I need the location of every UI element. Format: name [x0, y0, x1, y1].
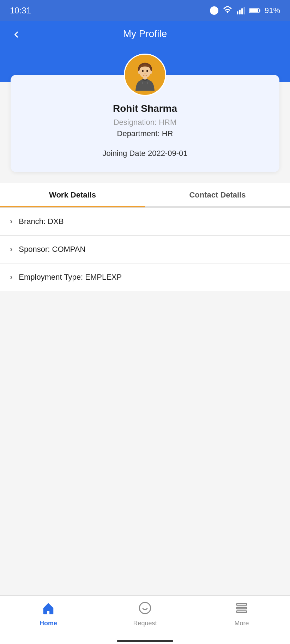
svg-rect-22	[237, 603, 247, 605]
avatar	[124, 54, 166, 96]
chevron-right-icon-sponsor: ›	[10, 245, 12, 254]
battery-icon	[249, 7, 261, 14]
svg-rect-2	[237, 11, 238, 14]
profile-joining-date: Joining Date 2022-09-01	[18, 149, 272, 158]
detail-row-sponsor[interactable]: › Sponsor: COMPAN	[0, 236, 290, 263]
svg-point-11	[138, 71, 140, 74]
detail-row-employment[interactable]: › Employment Type: EMPLEXP	[0, 263, 290, 291]
svg-point-19	[139, 602, 151, 614]
tab-work-details[interactable]: Work Details	[0, 183, 145, 207]
svg-rect-3	[239, 10, 241, 14]
status-time: 10:31	[10, 6, 31, 16]
nav-more[interactable]: More	[193, 601, 290, 627]
sponsor-detail: Sponsor: COMPAN	[19, 245, 85, 254]
svg-rect-7	[259, 10, 260, 12]
tab-contact-details[interactable]: Contact Details	[145, 183, 290, 207]
nav-home[interactable]: Home	[0, 601, 97, 627]
signal-icon	[236, 6, 246, 15]
back-button[interactable]	[10, 28, 23, 43]
profile-section: Rohit Sharma Designation: HRM Department…	[0, 54, 290, 172]
profile-designation: Designation: HRM	[18, 118, 272, 127]
svg-point-12	[150, 71, 152, 74]
detail-row-branch[interactable]: › Branch: DXB	[0, 208, 290, 236]
home-icon	[42, 601, 55, 618]
employment-detail: Employment Type: EMPLEXP	[19, 273, 122, 282]
branch-detail: Branch: DXB	[19, 217, 64, 226]
svg-point-15	[144, 73, 146, 74]
svg-point-13	[142, 70, 144, 72]
svg-rect-24	[237, 611, 247, 613]
more-icon	[235, 601, 248, 618]
svg-rect-5	[244, 7, 245, 14]
tabs-section: Work Details Contact Details	[0, 183, 290, 208]
home-indicator	[0, 638, 290, 644]
empty-space	[0, 291, 290, 595]
nav-request[interactable]: Request	[97, 601, 193, 627]
svg-point-14	[146, 70, 148, 72]
do-not-disturb-icon	[210, 6, 219, 15]
battery-percentage: 91%	[265, 6, 280, 15]
svg-rect-8	[250, 9, 258, 12]
svg-rect-23	[237, 607, 247, 609]
wifi-icon	[222, 6, 233, 15]
nav-request-label: Request	[133, 620, 157, 627]
home-indicator-bar	[117, 640, 173, 642]
request-icon	[138, 601, 152, 618]
nav-more-label: More	[234, 620, 249, 627]
chevron-right-icon-employment: ›	[10, 273, 12, 282]
tabs-row: Work Details Contact Details	[0, 183, 290, 207]
nav-home-label: Home	[40, 620, 57, 627]
avatar-wrapper	[11, 54, 279, 96]
chevron-right-icon-branch: ›	[10, 217, 12, 226]
work-details-list: › Branch: DXB › Sponsor: COMPAN › Employ…	[0, 208, 290, 291]
svg-rect-4	[241, 8, 243, 14]
profile-name: Rohit Sharma	[18, 103, 272, 114]
status-icons: 91%	[210, 6, 280, 15]
profile-department: Department: HR	[18, 129, 272, 138]
avatar-person-icon	[129, 59, 161, 91]
page-title: My Profile	[123, 28, 167, 40]
bottom-nav: Home Request More	[0, 595, 290, 638]
status-bar: 10:31 91%	[0, 0, 290, 21]
